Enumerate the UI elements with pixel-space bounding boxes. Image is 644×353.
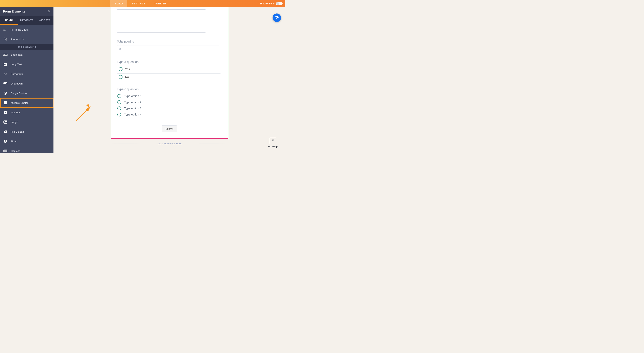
element-time[interactable]: Time [0,136,54,146]
time-icon [2,140,9,143]
element-number[interactable]: 7 Number [0,108,54,117]
option-row[interactable]: Type option 1 [117,93,222,99]
svg-rect-2 [3,54,8,56]
element-long-text[interactable]: AB Long Text [0,60,54,69]
radio-icon [117,113,121,116]
tab-publish[interactable]: PUBLISH [150,0,171,7]
svg-rect-13 [4,121,7,124]
element-label: Paragraph [11,73,23,76]
option-label: Type option 1 [124,94,142,98]
sidebar-tab-widgets[interactable]: WIDGETS [36,16,54,25]
preview-toggle[interactable] [276,2,282,6]
radio-icon [119,67,122,71]
submit-button[interactable]: Submit [162,126,177,132]
section-header: BASIC ELEMENTS [0,44,54,50]
form-canvas[interactable]: Total point is Type a question Yes No Ty… [54,7,285,153]
element-paragraph[interactable]: Aa Paragraph [0,69,54,79]
radio-icon [117,106,121,110]
file-upload-icon [2,130,9,133]
tab-build[interactable]: BUILD [110,0,127,7]
sidebar-tab-payments[interactable]: PAYMENTS [18,16,36,25]
number-icon: 7 [2,111,9,114]
svg-text:—gh: —gh [4,30,6,31]
element-single-choice[interactable]: Single Choice [0,88,54,98]
option-row[interactable]: Type option 4 [117,111,222,117]
element-label: Short Text [11,53,22,56]
long-text-field[interactable] [117,10,206,33]
close-icon [48,10,50,13]
short-text-icon [2,53,9,56]
element-file-upload[interactable]: File Upload [0,127,54,136]
element-label: Single Choice [11,92,27,95]
tab-settings[interactable]: SETTINGS [127,0,150,7]
go-to-top-button[interactable]: Go to top [268,138,278,148]
design-fab[interactable] [272,14,281,22]
element-label: File Upload [11,130,24,133]
element-label: Captcha [11,150,20,152]
total-input[interactable] [117,45,219,53]
radio-icon [117,94,121,98]
option-label: Type option 4 [124,113,142,116]
element-label: Image [11,121,18,124]
element-label: Product List [11,38,24,41]
elements-list[interactable]: Ab——gh Fill in the Blank Product List BA… [0,25,54,153]
yes-no-question: Type a question Yes No [117,60,222,80]
radio-icon [119,75,122,79]
arrow-up-icon [272,139,274,142]
go-to-top-label: Go to top [268,145,278,148]
element-dropdown[interactable]: Dropdown [0,79,54,88]
option-label: Type option 3 [124,107,142,110]
multiple-choice-question: Type a question Type option 1 Type optio… [117,88,222,117]
topbar: BUILD SETTINGS PUBLISH Preview Form [0,0,285,7]
paint-roller-icon [275,16,279,20]
option-row[interactable]: Type option 2 [117,99,222,105]
preview-toggle-group: Preview Form [260,0,282,7]
total-label: Total point is [117,40,222,43]
captcha-icon: 1C8 [2,150,9,152]
svg-rect-10 [4,101,7,104]
paragraph-icon: Aa [2,72,9,76]
element-multiple-choice[interactable]: Multiple Choice [0,98,54,108]
option-label: Yes [125,67,130,71]
panel-title: Form Elements [3,10,26,13]
element-short-text[interactable]: Short Text [0,50,54,60]
form-page[interactable]: Total point is Type a question Yes No Ty… [110,7,228,139]
radio-option-yes[interactable]: Yes [117,66,221,72]
preview-label: Preview Form [260,2,274,5]
option-label: No [125,75,129,79]
svg-point-14 [4,121,5,122]
element-label: Dropdown [11,82,23,85]
multiple-choice-icon [2,101,9,105]
question-label: Type a question [117,88,222,91]
single-choice-icon [2,91,9,95]
cart-icon [2,38,9,41]
radio-icon [117,100,121,104]
radio-option-no[interactable]: No [117,74,221,80]
svg-text:1C8: 1C8 [4,150,7,152]
svg-text:Ab—: Ab— [4,29,6,30]
element-label: Long Text [11,63,22,66]
svg-point-9 [5,93,6,94]
element-image[interactable]: Image [0,117,54,127]
option-label: Type option 2 [124,101,142,104]
element-fill-in-the-blank[interactable]: Ab——gh Fill in the Blank [0,25,54,35]
svg-text:7: 7 [5,111,6,114]
svg-text:AB: AB [4,64,6,65]
long-text-icon: AB [2,63,9,66]
element-label: Number [11,111,20,114]
question-label: Type a question [117,60,222,64]
option-row[interactable]: Type option 3 [117,105,222,111]
annotation-arrow [74,100,97,123]
element-label: Fill in the Blank [11,28,28,31]
element-label: Multiple Choice [11,101,28,104]
add-page-button[interactable]: + ADD NEW PAGE HERE [110,142,228,145]
svg-marker-19 [86,104,90,107]
element-captcha[interactable]: 1C8 Captcha [0,146,54,153]
element-label: Time [11,140,16,143]
total-point-field: Total point is [117,40,222,53]
sidebar-tab-basic[interactable]: BASIC [0,16,18,25]
element-product-list[interactable]: Product List [0,35,54,44]
form-elements-panel: Form Elements BASIC PAYMENTS WIDGETS Ab—… [0,7,54,153]
image-icon [2,121,9,124]
close-panel-button[interactable] [48,9,50,14]
